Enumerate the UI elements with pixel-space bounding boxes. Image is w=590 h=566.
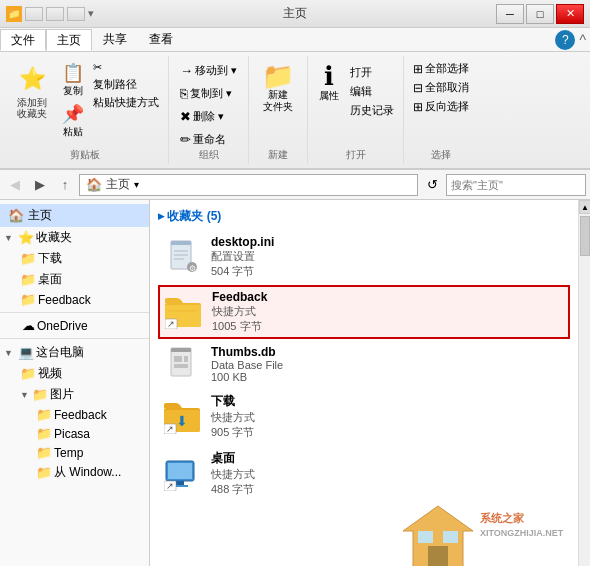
desktop-icon: 📁 — [20, 272, 36, 287]
maximize-button[interactable]: □ — [526, 4, 554, 24]
file-item-feedback[interactable]: ↗ Feedback 快捷方式 1005 字节 — [158, 285, 570, 339]
organize-group: → 移动到 ▾ ⎘ 复制到 ▾ ✖ 删除 ▾ ✏ 重命名 组织 — [169, 56, 249, 164]
open-label-group: 打开 — [346, 148, 366, 162]
videos-label: 视频 — [38, 365, 62, 382]
paste-shortcut-label: 粘贴快捷方式 — [93, 95, 159, 110]
new-folder-button[interactable]: 📁 新建文件夹 — [255, 60, 301, 116]
feedback-name: Feedback — [212, 290, 267, 304]
sidebar-item-downloads[interactable]: 📁 下载 — [0, 248, 149, 269]
svg-text:↗: ↗ — [166, 424, 174, 434]
tab-share[interactable]: 共享 — [92, 29, 138, 51]
sidebar-item-temp[interactable]: 📁 Temp — [0, 443, 149, 462]
desktop-ini-info: desktop.ini 配置设置 504 字节 — [211, 235, 274, 279]
feedback-folder-icon: ↗ — [164, 294, 204, 330]
pictures-label: 图片 — [50, 386, 74, 403]
paste-shortcut-button[interactable]: 粘贴快捷方式 — [90, 94, 162, 111]
properties-label: 属性 — [319, 89, 339, 103]
add-to-favorites-button[interactable]: ⭐ 添加到收藏夹 — [8, 58, 56, 122]
sidebar-item-this-pc[interactable]: ▼ 💻 这台电脑 — [0, 342, 149, 363]
sidebar-home-label: 主页 — [28, 207, 52, 224]
copy-to-button[interactable]: ⎘ 复制到 ▾ — [175, 83, 242, 104]
copy-button[interactable]: 📋 复制 — [58, 60, 88, 100]
picasa-icon: 📁 — [36, 426, 52, 441]
tab-view[interactable]: 查看 — [138, 29, 184, 51]
organize-label: 组织 — [199, 148, 219, 162]
file-item-desktop-ini[interactable]: ⚙ desktop.ini 配置设置 504 字节 — [158, 231, 570, 283]
watermark-container: 系统之家XITONGZHIJIA.NET — [398, 501, 558, 566]
title-controls: ─ □ ✕ — [496, 4, 584, 24]
sidebar-item-videos[interactable]: 📁 视频 — [0, 363, 149, 384]
sidebar-item-feedback2[interactable]: 📁 Feedback — [0, 405, 149, 424]
move-to-button[interactable]: → 移动到 ▾ — [175, 60, 242, 81]
sidebar-item-desktop[interactable]: 📁 桌面 — [0, 269, 149, 290]
edit-button[interactable]: 编辑 — [347, 83, 397, 100]
history-button[interactable]: 历史记录 — [347, 102, 397, 119]
favorites-icon: ⭐ — [18, 230, 34, 245]
quick-access-btn[interactable] — [25, 7, 43, 21]
scroll-up-button[interactable]: ▲ — [579, 200, 590, 214]
scroll-thumb[interactable] — [580, 216, 590, 256]
paste-button[interactable]: 📌 粘贴 — [58, 101, 88, 141]
sidebar-item-picasa[interactable]: 📁 Picasa — [0, 424, 149, 443]
delete-button[interactable]: ✖ 删除 ▾ — [175, 106, 242, 127]
close-button[interactable]: ✕ — [556, 4, 584, 24]
svg-text:↗: ↗ — [166, 481, 174, 491]
file-item-thumbs-db[interactable]: Thumbs.db Data Base File 100 KB — [158, 341, 570, 387]
svg-rect-13 — [171, 348, 191, 352]
desktop-ini-type: 配置设置 — [211, 249, 274, 264]
sidebar-item-windows[interactable]: 📁 从 Window... — [0, 462, 149, 483]
sidebar-item-feedback[interactable]: 📁 Feedback — [0, 290, 149, 309]
svg-text:⬇: ⬇ — [176, 413, 188, 429]
select-none-button[interactable]: ⊟ 全部取消 — [410, 79, 472, 96]
forward-button[interactable]: ▶ — [29, 174, 51, 196]
copy-label: 复制 — [63, 84, 83, 98]
address-box[interactable]: 🏠 主页 ▾ — [79, 174, 418, 196]
file-item-desktop-shortcut[interactable]: ↗ 桌面 快捷方式 488 字节 — [158, 446, 570, 501]
feedback-icon: 📁 — [20, 292, 36, 307]
open-button[interactable]: 打开 — [347, 64, 397, 81]
rename-icon: ✏ — [180, 132, 191, 147]
select-all-button[interactable]: ⊞ 全部选择 — [410, 60, 472, 77]
quick-access-btn3[interactable] — [67, 7, 85, 21]
help-button[interactable]: ? — [555, 30, 575, 50]
downloads-icon: 📁 — [20, 251, 36, 266]
section-arrow: ▸ — [158, 209, 167, 223]
sidebar-item-onedrive[interactable]: ☁ OneDrive — [0, 316, 149, 335]
file-item-downloads[interactable]: ⬇ ↗ 下载 快捷方式 905 字节 — [158, 389, 570, 444]
favorites-arrow[interactable]: ▼ — [4, 233, 16, 243]
pictures-icon: 📁 — [32, 387, 48, 402]
pictures-arrow[interactable]: ▼ — [20, 390, 30, 400]
rename-button[interactable]: ✏ 重命名 — [175, 129, 242, 150]
section-header: ▸ 收藏夹 (5) — [158, 206, 570, 231]
this-pc-arrow[interactable]: ▼ — [4, 348, 16, 358]
search-box[interactable]: 🔍 — [446, 174, 586, 196]
back-button[interactable]: ◀ — [4, 174, 26, 196]
quick-access-btn2[interactable] — [46, 7, 64, 21]
minimize-button[interactable]: ─ — [496, 4, 524, 24]
search-input[interactable] — [451, 179, 589, 191]
copy-path-button[interactable]: 复制路径 — [90, 76, 162, 93]
scrollbar[interactable]: ▲ ▼ — [578, 200, 590, 566]
address-dropdown-arrow[interactable]: ▾ — [134, 179, 139, 190]
thumbs-db-info: Thumbs.db Data Base File 100 KB — [211, 345, 283, 383]
videos-icon: 📁 — [20, 366, 36, 381]
properties-icon: ℹ — [324, 63, 334, 89]
scroll-track[interactable] — [579, 214, 590, 566]
tab-home[interactable]: 主页 — [46, 29, 92, 51]
downloads-label: 下载 — [38, 250, 62, 267]
refresh-button[interactable]: ↺ — [421, 174, 443, 196]
cut-button[interactable]: ✂ — [90, 60, 162, 75]
favorites-label: 收藏夹 — [36, 229, 72, 246]
dropdown-arrow[interactable]: ▾ — [88, 7, 94, 20]
move-to-label: 移动到 ▾ — [195, 63, 237, 78]
sidebar-item-favorites[interactable]: ▼ ⭐ 收藏夹 — [0, 227, 149, 248]
tab-file[interactable]: 文件 — [0, 29, 46, 51]
properties-button[interactable]: ℹ 属性 — [314, 60, 344, 106]
ribbon-collapse-button[interactable]: ^ — [579, 32, 586, 48]
up-button[interactable]: ↑ — [54, 174, 76, 196]
sidebar-item-home[interactable]: 🏠 主页 — [0, 204, 149, 227]
onedrive-label: OneDrive — [37, 319, 88, 333]
sidebar-item-pictures[interactable]: ▼ 📁 图片 — [0, 384, 149, 405]
invert-selection-button[interactable]: ⊞ 反向选择 — [410, 98, 472, 115]
title-bar: 📁 ▾ 主页 ─ □ ✕ — [0, 0, 590, 28]
